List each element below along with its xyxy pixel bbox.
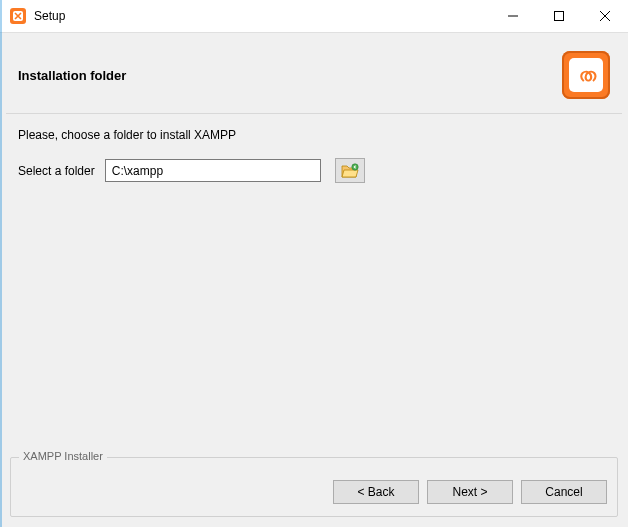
- wizard-header: Installation folder ത: [0, 33, 628, 105]
- window-body: Installation folder ത Please, choose a f…: [0, 32, 628, 527]
- minimize-button[interactable]: [490, 0, 536, 31]
- page-title: Installation folder: [18, 68, 562, 83]
- xampp-logo: ത: [562, 51, 610, 99]
- back-button[interactable]: < Back: [333, 480, 419, 504]
- maximize-button[interactable]: [536, 0, 582, 31]
- folder-field-label: Select a folder: [18, 164, 95, 178]
- svg-rect-3: [555, 11, 564, 20]
- maximize-icon: [554, 11, 564, 21]
- folder-open-icon: [341, 163, 359, 179]
- next-button[interactable]: Next >: [427, 480, 513, 504]
- window-controls: [490, 0, 628, 31]
- titlebar: Setup: [0, 0, 628, 32]
- close-icon: [600, 11, 610, 21]
- app-icon: [10, 8, 26, 24]
- minimize-icon: [508, 11, 518, 21]
- cancel-button[interactable]: Cancel: [521, 480, 607, 504]
- footer-group: XAMPP Installer < Back Next > Cancel: [10, 457, 618, 517]
- footer-group-label: XAMPP Installer: [19, 450, 107, 462]
- close-button[interactable]: [582, 0, 628, 31]
- window-title: Setup: [34, 9, 490, 23]
- folder-field-row: Select a folder: [18, 158, 610, 183]
- wizard-buttons: < Back Next > Cancel: [333, 480, 607, 504]
- folder-path-input[interactable]: [105, 159, 321, 182]
- instruction-text: Please, choose a folder to install XAMPP: [18, 128, 610, 142]
- wizard-footer: XAMPP Installer < Back Next > Cancel: [0, 445, 628, 527]
- wizard-content: Please, choose a folder to install XAMPP…: [0, 114, 628, 445]
- xampp-logo-glyph: ത: [569, 58, 603, 92]
- browse-button[interactable]: [335, 158, 365, 183]
